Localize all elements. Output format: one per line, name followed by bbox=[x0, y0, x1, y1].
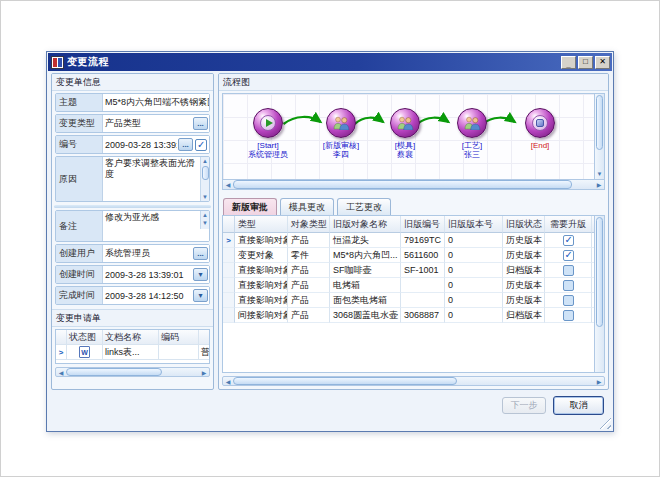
row-indicator bbox=[223, 293, 235, 308]
reason-textarea[interactable]: 客户要求调整表面光滑度 bbox=[103, 157, 209, 181]
scroll-thumb[interactable] bbox=[596, 95, 603, 150]
request-table-row[interactable]: > links表... 普通 bbox=[56, 345, 209, 360]
remarks-textarea[interactable]: 修改为亚光感 bbox=[103, 211, 209, 224]
create-user-input[interactable]: 系统管理员 bbox=[103, 246, 192, 261]
flow-diagram-canvas[interactable]: [Start]系统管理员 [新版审核]李 bbox=[223, 94, 594, 179]
next-button[interactable]: 下一步 bbox=[502, 397, 546, 414]
need-upgrade-checkbox[interactable] bbox=[563, 235, 574, 246]
scroll-left-icon[interactable]: ◀ bbox=[223, 377, 233, 385]
number-field-row: 编号 2009-03-28 13:39:01 ... bbox=[55, 135, 210, 154]
create-user-browse-button[interactable]: ... bbox=[193, 247, 208, 260]
old-code-column-header[interactable]: 旧版编号 bbox=[401, 216, 445, 233]
tab-mold-change[interactable]: 模具更改 bbox=[280, 198, 334, 215]
approval-table-hscrollbar[interactable]: ◀ ▶ bbox=[222, 376, 605, 386]
status-icon-column-header[interactable]: 状态图 bbox=[67, 330, 103, 345]
word-document-icon bbox=[79, 346, 90, 358]
resize-grip[interactable] bbox=[599, 417, 611, 429]
scroll-right-icon[interactable]: ▶ bbox=[594, 377, 604, 385]
approval-table-header: 类型 对象类型 旧版对象名称 旧版编号 旧版版本号 旧版状态 需要升版 新版 bbox=[223, 216, 594, 233]
close-button[interactable]: ✕ bbox=[595, 56, 610, 69]
flow-node-craft[interactable]: [工艺]张三 bbox=[440, 108, 504, 159]
need-upgrade-checkbox[interactable] bbox=[563, 295, 574, 306]
table-row[interactable]: 间接影响对象 产品 3068圆盖电水壶 3068887 0 归档版本 bbox=[223, 308, 594, 323]
type-cell: 直接影响对象 bbox=[235, 263, 288, 278]
scroll-thumb[interactable] bbox=[596, 217, 603, 327]
flow-node-end[interactable]: [End] bbox=[508, 108, 572, 150]
change-process-window: 变更流程 _ □ ✕ 变更单信息 主题 M5*8内六角凹端不锈钢紧固螺钉 变更类… bbox=[46, 51, 614, 432]
title-bar[interactable]: 变更流程 _ □ ✕ bbox=[48, 53, 612, 71]
type-cell: 直接影响对象 bbox=[235, 278, 288, 293]
cancel-button[interactable]: 取消 bbox=[553, 396, 604, 415]
need-upgrade-column-header[interactable]: 需要升版 bbox=[545, 216, 592, 233]
object-type-cell: 产品 bbox=[288, 233, 330, 248]
old-code-cell: 5611600 bbox=[401, 248, 445, 263]
old-name-cell: M5*8内六角凹... bbox=[330, 248, 401, 263]
need-upgrade-cell bbox=[545, 308, 592, 323]
row-indicator bbox=[223, 278, 235, 293]
scroll-thumb[interactable] bbox=[233, 180, 572, 189]
table-row[interactable]: 直接影响对象 产品 SF咖啡壶 SF-1001 0 归档版本 SF咖 bbox=[223, 263, 594, 278]
end-node-icon bbox=[525, 108, 555, 138]
table-row[interactable]: 直接影响对象 产品 面包类电烤箱 0 历史版本 bbox=[223, 293, 594, 308]
need-upgrade-checkbox[interactable] bbox=[563, 265, 574, 276]
flow-node-review[interactable]: [新版审核]李四 bbox=[309, 108, 373, 159]
number-browse-button[interactable]: ... bbox=[178, 138, 193, 151]
number-checkbox[interactable] bbox=[195, 139, 207, 151]
old-name-column-header[interactable]: 旧版对象名称 bbox=[330, 216, 401, 233]
create-time-input[interactable]: 2009-3-28 13:39:01 bbox=[103, 269, 192, 281]
finish-time-input[interactable]: 2009-3-28 14:12:50 bbox=[103, 290, 192, 302]
need-upgrade-cell bbox=[545, 248, 592, 263]
old-version-column-header[interactable]: 旧版版本号 bbox=[445, 216, 503, 233]
create-time-dropdown-button[interactable] bbox=[193, 268, 208, 281]
scroll-left-icon[interactable]: ◀ bbox=[223, 180, 233, 189]
table-row[interactable]: 直接影响对象 产品 电烤箱 0 历史版本 bbox=[223, 278, 594, 293]
type-column-header[interactable]: 类型 bbox=[235, 216, 288, 233]
create-time-label: 创建时间 bbox=[56, 266, 103, 283]
scroll-down-icon[interactable]: ▼ bbox=[202, 193, 208, 201]
tab-craft-change[interactable]: 工艺更改 bbox=[337, 198, 391, 215]
change-type-browse-button[interactable]: ... bbox=[193, 117, 208, 130]
scroll-down-icon[interactable]: ▼ bbox=[202, 219, 208, 227]
old-status-column-header[interactable]: 旧版状态 bbox=[503, 216, 545, 233]
flow-vscrollbar[interactable]: ▼ bbox=[594, 94, 604, 179]
object-type-column-header[interactable]: 对象类型 bbox=[288, 216, 330, 233]
scroll-up-icon[interactable]: ▲ bbox=[202, 211, 208, 219]
scroll-right-icon[interactable]: ▶ bbox=[594, 180, 604, 189]
scroll-left-icon[interactable]: ◀ bbox=[56, 368, 66, 376]
flow-node-start[interactable]: [Start]系统管理员 bbox=[236, 108, 300, 159]
approval-table-vscrollbar[interactable] bbox=[594, 216, 604, 372]
scroll-down-icon[interactable]: ▼ bbox=[595, 170, 604, 179]
need-upgrade-cell bbox=[545, 293, 592, 308]
row-indicator bbox=[223, 308, 235, 323]
flow-hscrollbar[interactable]: ◀ ▶ bbox=[223, 179, 604, 189]
remarks-scrollbar[interactable]: ▲ ▼ bbox=[200, 211, 209, 229]
maximize-button[interactable]: □ bbox=[578, 56, 593, 69]
need-upgrade-checkbox[interactable] bbox=[563, 250, 574, 261]
code-column-header[interactable]: 编码 bbox=[159, 330, 199, 345]
minimize-button[interactable]: _ bbox=[561, 56, 576, 69]
scroll-right-icon[interactable]: ▶ bbox=[199, 368, 209, 376]
need-upgrade-checkbox[interactable] bbox=[563, 280, 574, 291]
tab-new-version-approval[interactable]: 新版审批 bbox=[223, 198, 277, 215]
subject-input[interactable]: M5*8内六角凹端不锈钢紧固螺钉 bbox=[103, 95, 209, 110]
reason-scrollbar[interactable]: ▲ ▼ bbox=[200, 157, 209, 201]
table-row[interactable]: 变更对象 零件 M5*8内六角凹... 5611600 0 历史版本 M5*8 bbox=[223, 248, 594, 263]
need-upgrade-checkbox[interactable] bbox=[563, 310, 574, 321]
number-input[interactable]: 2009-03-28 13:39:01 bbox=[103, 139, 177, 151]
scroll-up-icon[interactable]: ▲ bbox=[202, 157, 208, 165]
remarks-label: 备注 bbox=[56, 211, 103, 241]
people-icon bbox=[326, 108, 356, 138]
scroll-thumb[interactable] bbox=[202, 166, 209, 180]
finish-time-dropdown-button[interactable] bbox=[193, 289, 208, 302]
doc-name-column-header[interactable]: 文档名称 bbox=[103, 330, 159, 345]
flow-node-mold[interactable]: [模具]蔡襄 bbox=[373, 108, 437, 159]
old-name-cell: 面包类电烤箱 bbox=[330, 293, 401, 308]
change-type-input[interactable]: 产品类型 bbox=[103, 116, 192, 131]
table-row[interactable]: > 直接影响对象 产品 恒温龙头 79169TC 0 历史版本 bbox=[223, 233, 594, 248]
request-table-hscrollbar[interactable]: ◀ ▶ bbox=[55, 367, 210, 377]
old-version-cell: 0 bbox=[445, 248, 503, 263]
scroll-thumb[interactable] bbox=[66, 368, 162, 376]
scroll-thumb[interactable] bbox=[233, 377, 457, 385]
finish-time-label: 完成时间 bbox=[56, 287, 103, 304]
process-panel: 流程图 bbox=[218, 73, 609, 390]
